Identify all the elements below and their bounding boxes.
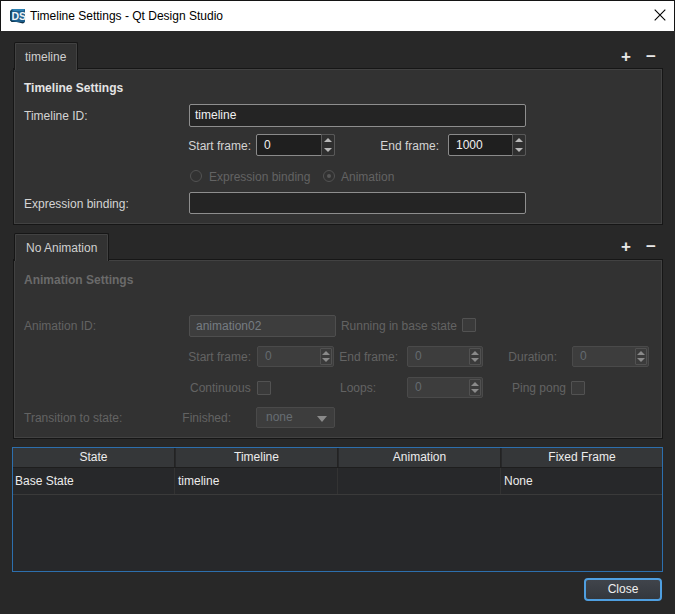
svg-text:DS: DS xyxy=(11,10,26,22)
